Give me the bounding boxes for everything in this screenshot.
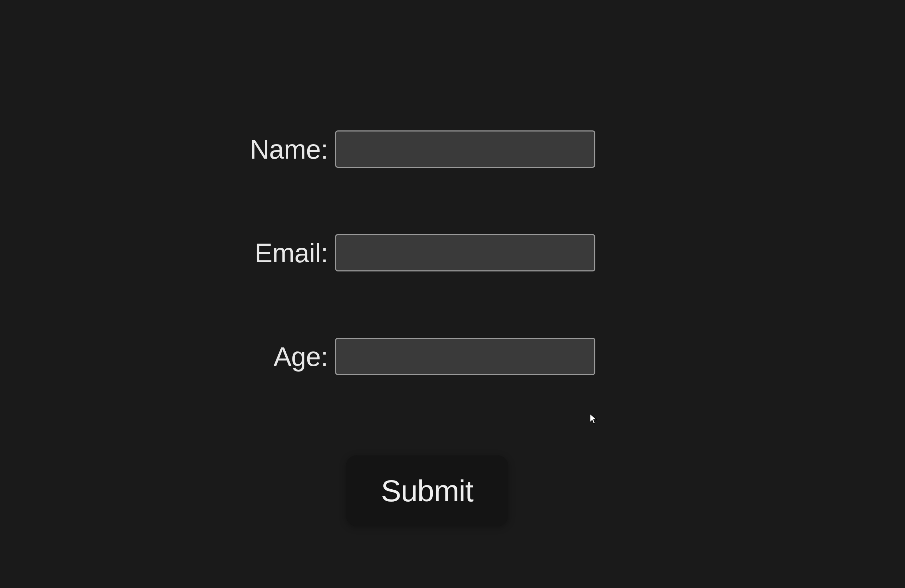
form-row-email: Email:: [247, 234, 595, 271]
name-label: Name:: [247, 134, 328, 165]
email-label: Email:: [247, 238, 328, 268]
age-input[interactable]: [335, 338, 595, 375]
email-input[interactable]: [335, 234, 595, 271]
age-label: Age:: [247, 341, 328, 372]
form-container: Name: Email: Age: Submit: [247, 130, 595, 526]
submit-button[interactable]: Submit: [346, 455, 508, 526]
form-row-age: Age:: [247, 338, 595, 375]
name-input[interactable]: [335, 130, 595, 168]
form-row-name: Name:: [247, 130, 595, 168]
